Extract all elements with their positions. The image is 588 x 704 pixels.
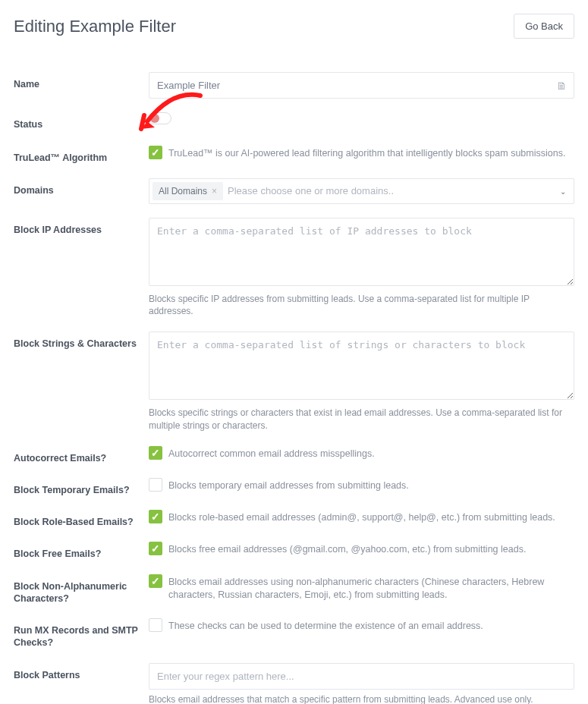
blocknonalpha-desc: Blocks email addresses using non-alphanu… — [168, 574, 574, 602]
blocknonalpha-label: Block Non-Alphanumeric Characters? — [14, 574, 149, 605]
autocorrect-desc: Autocorrect common email address misspel… — [168, 446, 375, 461]
autocorrect-label: Autocorrect Emails? — [14, 446, 149, 464]
go-back-button[interactable]: Go Back — [514, 14, 574, 39]
blockrole-desc: Blocks role-based email addresses (admin… — [168, 510, 555, 525]
domains-label: Domains — [14, 178, 149, 196]
blockfree-desc: Blocks free email addresses (@gmail.com,… — [168, 542, 526, 557]
blockip-textarea[interactable] — [149, 218, 574, 286]
domains-placeholder: Please choose one or more domains.. — [228, 185, 394, 196]
domain-chip-label: All Domains — [159, 186, 207, 196]
blocknonalpha-checkbox[interactable] — [149, 574, 162, 588]
blockstrings-help: Blocks specific strings or characters th… — [149, 407, 574, 432]
blockstrings-label: Block Strings & Characters — [14, 332, 149, 350]
mxrecords-checkbox[interactable] — [149, 618, 162, 632]
blockpatterns-help: Blocks email addresses that match a spec… — [149, 694, 574, 704]
mxrecords-label: Run MX Records and SMTP Checks? — [14, 618, 149, 649]
blockstrings-textarea[interactable] — [149, 332, 574, 400]
trulead-desc: TruLead™ is our AI-powered lead filterin… — [168, 146, 565, 161]
blockfree-label: Block Free Emails? — [14, 542, 149, 560]
trulead-checkbox[interactable] — [149, 146, 162, 159]
trulead-label: TruLead™ Algorithm — [14, 146, 149, 164]
blocktemp-label: Block Temporary Emails? — [14, 478, 149, 496]
domain-chip: All Domains × — [153, 182, 223, 200]
blockip-help: Blocks specific IP addresses from submit… — [149, 293, 574, 319]
name-input[interactable] — [149, 72, 574, 99]
blockfree-checkbox[interactable] — [149, 542, 162, 555]
autocorrect-checkbox[interactable] — [149, 446, 162, 460]
chevron-down-icon: ⌄ — [560, 187, 566, 195]
blocktemp-checkbox[interactable] — [149, 478, 162, 492]
blockpatterns-label: Block Patterns — [14, 663, 149, 681]
blocktemp-desc: Blocks temporary email addresses from su… — [168, 478, 409, 493]
status-toggle[interactable] — [149, 112, 171, 124]
page-title: Editing Example Filter — [14, 17, 176, 36]
blockrole-checkbox[interactable] — [149, 510, 162, 523]
chip-remove-icon[interactable]: × — [212, 186, 217, 196]
blockip-label: Block IP Addresses — [14, 218, 149, 236]
blockpatterns-input[interactable] — [149, 663, 574, 690]
domains-select[interactable]: All Domains × Please choose one or more … — [149, 178, 574, 204]
document-icon: 🗎 — [556, 80, 567, 92]
status-label: Status — [14, 112, 149, 130]
name-label: Name — [14, 72, 149, 90]
blockrole-label: Block Role-Based Emails? — [14, 510, 149, 528]
mxrecords-desc: These checks can be used to determine th… — [168, 618, 483, 633]
